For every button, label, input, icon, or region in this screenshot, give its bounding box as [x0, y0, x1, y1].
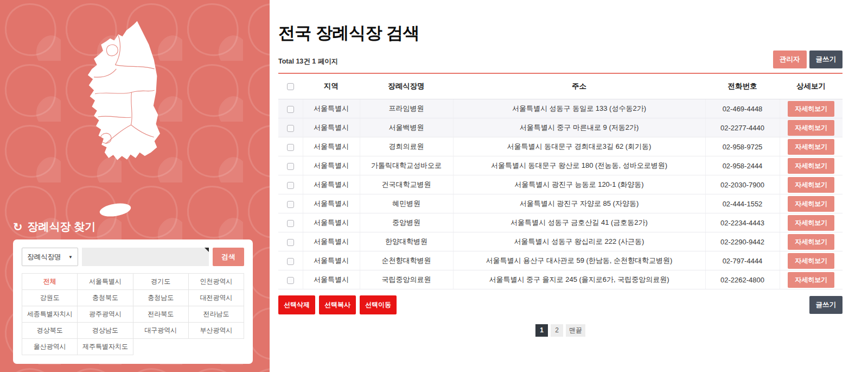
detail-view-button[interactable]: 자세히보기	[788, 196, 834, 212]
region-button-daejeon[interactable]: 대전광역시	[189, 290, 244, 306]
region-button-gyeongnam[interactable]: 경상남도	[78, 323, 133, 339]
row-checkbox[interactable]	[287, 182, 294, 189]
cell-phone: 02-958-2444	[705, 156, 780, 175]
col-header-address: 주소	[453, 73, 705, 99]
table-header-row: 지역 장례식장명 주소 전화번호 상세보기	[278, 73, 843, 99]
cell-address: 서울특별시 성동구 동일로 133 (성수동2가)	[453, 99, 705, 118]
row-checkbox[interactable]	[287, 258, 294, 265]
cell-region: 서울특별시	[303, 194, 360, 213]
table-row: 서울특별시 국립중앙의료원 서울특별시 중구 을지로 245 (을지로6가, 국…	[278, 270, 843, 289]
region-button-jeonnam[interactable]: 전라남도	[189, 306, 244, 323]
region-button-chungbuk[interactable]: 충청북도	[78, 290, 133, 306]
copy-selected-button[interactable]: 선택복사	[319, 295, 356, 314]
row-checkbox[interactable]	[287, 106, 294, 113]
table-row: 서울특별시 중앙병원 서울특별시 성동구 금호산길 41 (금호동2가) 02-…	[278, 213, 843, 232]
region-button-seoul[interactable]: 서울특별시	[78, 274, 133, 290]
cell-name: 순천향대학병원	[360, 251, 453, 270]
cell-phone: 02-2234-4443	[705, 213, 780, 232]
chevron-down-icon: ▼	[68, 255, 73, 260]
detail-view-button[interactable]: 자세히보기	[788, 158, 834, 174]
find-funeral-title: ↻ 장례식장 찾기	[13, 219, 95, 234]
cell-name: 혜민병원	[360, 194, 453, 213]
row-checkbox[interactable]	[287, 144, 294, 151]
delete-selected-button[interactable]: 선택삭제	[278, 295, 315, 314]
cell-phone: 02-2030-7900	[705, 175, 780, 194]
search-button[interactable]: 검색	[213, 248, 244, 266]
region-button-incheon[interactable]: 인천광역시	[189, 274, 244, 290]
cell-address: 서울특별시 용산구 대사관로 59 (한남동, 순천향대학교병원)	[453, 251, 705, 270]
row-checkbox[interactable]	[287, 201, 294, 208]
region-button-jeonbuk[interactable]: 전라북도	[133, 306, 189, 323]
find-funeral-title-label: 장례식장 찾기	[28, 219, 96, 234]
table-row: 서울특별시 경희의료원 서울특별시 동대문구 경희대로3길 62 (회기동) 0…	[278, 137, 843, 156]
cell-name: 중앙병원	[360, 213, 453, 232]
app-root: ↻ 장례식장 찾기 장례식장명 ▼ 검색 전체 서울특별시 경기도 인천광역시	[0, 0, 868, 372]
region-button-jeju[interactable]: 제주특별자치도	[78, 339, 133, 355]
cell-region: 서울특별시	[303, 118, 360, 137]
top-actions: 관리자 글쓰기	[773, 51, 843, 68]
cell-phone: 02-797-4444	[705, 251, 780, 270]
cell-phone: 02-2262-4800	[705, 270, 780, 289]
cell-region: 서울특별시	[303, 251, 360, 270]
cell-name: 국립중앙의료원	[360, 270, 453, 289]
cell-phone: 02-469-4448	[705, 99, 780, 118]
region-button-sejong[interactable]: 세종특별자치시	[22, 306, 78, 323]
cell-region: 서울특별시	[303, 137, 360, 156]
table-row: 서울특별시 한양대학병원 서울특별시 성동구 왕십리로 222 (사근동) 02…	[278, 232, 843, 251]
row-checkbox[interactable]	[287, 239, 294, 246]
region-button-all[interactable]: 전체	[22, 274, 78, 290]
detail-view-button[interactable]: 자세히보기	[788, 234, 834, 250]
region-button-ulsan[interactable]: 울산광역시	[22, 339, 78, 355]
cell-address: 서울특별시 중구 마른내로 9 (저동2가)	[453, 118, 705, 137]
detail-view-button[interactable]: 자세히보기	[788, 177, 834, 193]
detail-view-button[interactable]: 자세히보기	[788, 139, 834, 155]
cell-phone: 02-2277-4440	[705, 118, 780, 137]
row-checkbox[interactable]	[287, 277, 294, 284]
row-checkbox[interactable]	[287, 220, 294, 227]
page-1-button[interactable]: 1	[535, 324, 548, 337]
region-button-chungnam[interactable]: 충청남도	[133, 290, 189, 306]
region-search-panel: ↻ 장례식장 찾기 장례식장명 ▼ 검색 전체 서울특별시 경기도 인천광역시	[0, 0, 270, 372]
write-button-top[interactable]: 글쓰기	[809, 51, 843, 68]
cell-address: 서울특별시 동대문구 경희대로3길 62 (회기동)	[453, 137, 705, 156]
region-button-gyeonggi[interactable]: 경기도	[133, 274, 189, 290]
region-button-daegu[interactable]: 대구광역시	[133, 323, 189, 339]
select-all-checkbox[interactable]	[287, 83, 294, 90]
write-button-bottom[interactable]: 글쓰기	[809, 296, 843, 314]
search-input[interactable]	[82, 248, 209, 266]
table-row: 서울특별시 순천향대학병원 서울특별시 용산구 대사관로 59 (한남동, 순천…	[278, 251, 843, 270]
input-corner-mark	[205, 248, 209, 252]
cell-address: 서울특별시 광진구 자양로 85 (자양동)	[453, 194, 705, 213]
move-selected-button[interactable]: 선택이동	[360, 295, 397, 314]
row-checkbox[interactable]	[287, 125, 294, 132]
page-title: 전국 장례식장 검색	[278, 22, 843, 45]
cell-region: 서울특별시	[303, 213, 360, 232]
detail-view-button[interactable]: 자세히보기	[788, 215, 834, 231]
detail-view-button[interactable]: 자세히보기	[788, 120, 834, 136]
pagination: 1 2 맨끝	[278, 324, 843, 337]
cell-name: 프라임병원	[360, 99, 453, 118]
detail-view-button[interactable]: 자세히보기	[788, 101, 834, 117]
table-row: 서울특별시 건국대학교병원 서울특별시 광진구 능동로 120-1 (화양동) …	[278, 175, 843, 194]
page-last-button[interactable]: 맨끝	[566, 324, 585, 337]
page-2-button[interactable]: 2	[551, 324, 563, 337]
region-grid: 전체 서울특별시 경기도 인천광역시 강원도 충청북도 충청남도 대전광역시 세…	[22, 273, 244, 355]
row-checkbox[interactable]	[287, 163, 294, 170]
region-button-gangwon[interactable]: 강원도	[22, 290, 78, 306]
region-button-gyeongbuk[interactable]: 경상북도	[22, 323, 78, 339]
search-row: 장례식장명 ▼ 검색	[22, 248, 244, 266]
funeral-home-table: 지역 장례식장명 주소 전화번호 상세보기 서울특별시 프라임병원 서울특별시 …	[278, 73, 843, 289]
region-button-gwangju[interactable]: 광주광역시	[78, 306, 133, 323]
region-button-busan[interactable]: 부산광역시	[189, 323, 244, 339]
table-row: 서울특별시 혜민병원 서울특별시 광진구 자양로 85 (자양동) 02-444…	[278, 194, 843, 213]
search-result-panel: 전국 장례식장 검색 Total 13건 1 페이지 관리자 글쓰기 지역 장례…	[270, 0, 868, 372]
search-input-wrap	[82, 248, 209, 266]
search-category-select[interactable]: 장례식장명 ▼	[22, 248, 78, 266]
cell-address: 서울특별시 중구 을지로 245 (을지로6가, 국립중앙의료원)	[453, 270, 705, 289]
col-header-detail: 상세보기	[780, 73, 843, 99]
refresh-icon: ↻	[13, 221, 23, 232]
search-card: 장례식장명 ▼ 검색 전체 서울특별시 경기도 인천광역시 강원도 충청북도 충…	[13, 239, 253, 364]
detail-view-button[interactable]: 자세히보기	[788, 253, 834, 269]
detail-view-button[interactable]: 자세히보기	[788, 272, 834, 288]
admin-button[interactable]: 관리자	[773, 51, 807, 68]
